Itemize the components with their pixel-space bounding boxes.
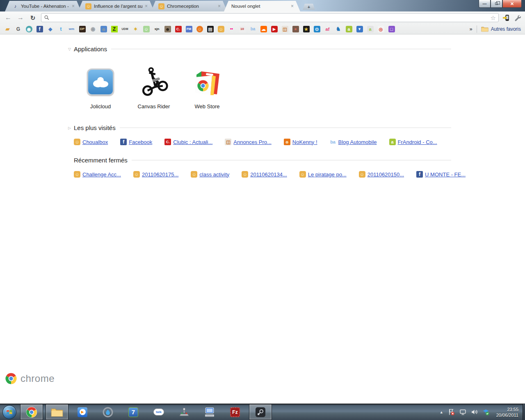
bookmark-wm[interactable]: wm — [68, 25, 75, 32]
tab-close-icon[interactable]: × — [145, 3, 148, 9]
bookmark-choualbox[interactable]: ☺ — [217, 25, 224, 32]
bookmark-dp[interactable]: DP — [79, 25, 86, 32]
bookmark-blue-creature[interactable]: ♞ — [335, 25, 342, 32]
bookmarks-overflow-chevron[interactable]: » — [465, 26, 476, 32]
bookmark-power[interactable]: ⊙ — [313, 25, 320, 32]
bookmark-purple-tv[interactable]: □ — [388, 25, 395, 32]
close-button[interactable]: ✕ — [502, 0, 522, 8]
link-20110620175[interactable]: ☺ 20110620175... — [133, 171, 178, 178]
bookmark-globe[interactable]: ◉ — [89, 25, 96, 32]
bookmark-blog-automobile[interactable]: ba — [249, 25, 256, 32]
tab-close-icon[interactable]: × — [72, 3, 75, 9]
omnibox-input[interactable] — [52, 15, 488, 21]
taskbar-clock[interactable]: 23:55 20/06/2011 — [494, 406, 518, 418]
bookmark-flickr[interactable]: •• — [228, 25, 235, 32]
link-class-activity[interactable]: ☺ class activity — [191, 171, 229, 178]
omnibox[interactable]: ☆ — [41, 13, 499, 22]
link-challenge[interactable]: ☺ Challenge Acc... — [74, 171, 121, 178]
tab-close-icon[interactable]: × — [218, 3, 221, 9]
bookmark-10min[interactable]: 10 — [239, 25, 246, 32]
bookmark-soundcloud[interactable]: ☁ — [260, 25, 267, 32]
minimize-button[interactable]: — — [479, 0, 491, 8]
taskbar-explorer-button[interactable] — [46, 404, 68, 420]
link-facebook[interactable]: f Facebook — [120, 139, 152, 145]
taskbar-remote-keyboard-button[interactable] — [198, 404, 221, 420]
bookmark-af[interactable]: af — [324, 25, 331, 32]
bookmark-star-icon[interactable]: ☆ — [491, 15, 496, 21]
tab-close-icon[interactable]: × — [291, 3, 294, 9]
app-canvas-rider[interactable]: Canvas Rider — [127, 66, 180, 110]
taskbar-chrome-button[interactable] — [20, 404, 43, 420]
taskbar-media-player-button[interactable]: ▶ — [71, 404, 94, 420]
bookmark-clubic[interactable]: C. — [175, 25, 182, 32]
bookmark-chrome-webstore[interactable]: ◎ — [377, 25, 384, 32]
bookmark-google-g[interactable]: G — [15, 25, 22, 32]
link-annonces[interactable]: ◫ Annonces Pro... — [225, 139, 272, 145]
section-collapse-icon[interactable]: ▽ — [68, 47, 74, 51]
tab-chromeception[interactable]: ☺ Chromeception × — [151, 1, 227, 11]
show-desktop-button[interactable] — [523, 404, 525, 420]
bookmark-youtube[interactable]: ▶ — [271, 25, 278, 32]
section-expand-icon[interactable]: ▷ — [68, 126, 74, 130]
dropbox-icon[interactable] — [482, 409, 489, 415]
bookmark-teal-badge[interactable]: ◉ — [25, 25, 32, 32]
bookmark-sjn[interactable]: sjn — [153, 25, 160, 32]
chrome-to-phone-icon[interactable] — [503, 14, 510, 21]
tab-nouvel-onglet[interactable]: Nouvel onglet × — [224, 1, 300, 11]
section-title[interactable]: Applications — [74, 46, 107, 52]
reload-button[interactable]: ↻ — [29, 15, 37, 21]
bookmark-gold-star[interactable]: ★ — [303, 25, 310, 32]
link-20110620134[interactable]: ☺ 20110620134... — [242, 171, 287, 178]
link-20110620150[interactable]: ☺ 20110620150... — [359, 171, 404, 178]
start-button[interactable] — [0, 404, 19, 420]
taskbar-steam-button[interactable] — [249, 404, 272, 420]
link-u-monte[interactable]: f U MONTE - FE... — [416, 171, 466, 178]
back-button[interactable]: ← — [4, 14, 12, 21]
tray-overflow-arrow-icon[interactable]: ▲ — [440, 410, 443, 414]
bookmark-bee[interactable]: ✶ — [132, 25, 139, 32]
volume-icon[interactable] — [471, 409, 478, 415]
section-title[interactable]: Les plus visités — [74, 124, 116, 131]
bookmark-twitter[interactable]: t — [57, 25, 64, 32]
bookmark-fox-badge[interactable]: ☼ — [100, 25, 107, 32]
taskbar-google-talk-button[interactable]: talk — [147, 404, 170, 420]
bookmark-blue-gem[interactable]: ◆ — [47, 25, 54, 32]
bookmark-blue-arrow[interactable]: ▼ — [356, 25, 363, 32]
bookmark-southpark-face[interactable]: ☺ — [196, 25, 203, 32]
bookmark-keyboard[interactable]: ▤ — [207, 25, 214, 32]
taskbar-seven-app-button[interactable]: 7 — [122, 404, 145, 420]
bookmark-fm[interactable]: FM — [185, 25, 192, 32]
link-nokenny[interactable]: ☻ NoKenny ! — [284, 139, 317, 145]
restore-button[interactable] — [491, 0, 502, 8]
bookmark-annonces-box[interactable]: ◫ — [281, 25, 288, 32]
app-web-store[interactable]: Web Store — [180, 66, 234, 110]
taskbar-gamepad-button[interactable] — [173, 404, 196, 420]
bookmark-udm[interactable]: UDM — [121, 25, 128, 32]
bookmark-green-cat[interactable]: ☺ — [143, 25, 150, 32]
link-frandroid[interactable]: a FrAndroid - Co... — [389, 139, 437, 145]
link-le-piratage[interactable]: ☺ Le piratage po... — [299, 171, 347, 178]
link-clubic[interactable]: C. Clubic : Actuali... — [164, 139, 212, 145]
app-jolicloud[interactable]: Jolicloud — [74, 66, 127, 110]
bookmark-jeep-photo[interactable]: ■ — [292, 25, 299, 32]
new-tab-button[interactable]: + — [303, 4, 315, 10]
bookmark-facebook[interactable]: f — [36, 25, 43, 32]
bookmark-z[interactable]: Z — [111, 25, 118, 32]
taskbar-filezilla-button[interactable]: Fz — [224, 404, 247, 420]
taskbar-daemon-tools-button[interactable] — [96, 404, 119, 420]
bookmark-folder[interactable]: ▰ — [4, 25, 11, 32]
action-center-flag-icon[interactable] — [448, 409, 455, 415]
bookmark-avatar-photo[interactable]: ☻ — [164, 25, 171, 32]
network-icon[interactable] — [459, 409, 466, 415]
link-choualbox[interactable]: ☺ Choualbox — [74, 139, 108, 145]
forward-button[interactable]: → — [16, 14, 25, 21]
bookmark-android-market[interactable]: a — [367, 25, 374, 32]
bookmark-android[interactable]: a — [345, 25, 352, 32]
tab-influence[interactable]: ☺ Influence de l'argent sur le × — [78, 1, 154, 11]
web-store-icon — [192, 67, 222, 97]
wrench-menu-icon[interactable] — [514, 14, 521, 21]
other-bookmarks-folder[interactable]: Autres favoris — [481, 26, 521, 32]
link-blog-automobile[interactable]: ba Blog Automobile — [330, 139, 377, 145]
chrome-page-logo: chrome — [5, 372, 55, 385]
tab-youtube[interactable]: ♪ YouTube - Akhenaton - Mo × — [5, 1, 81, 11]
